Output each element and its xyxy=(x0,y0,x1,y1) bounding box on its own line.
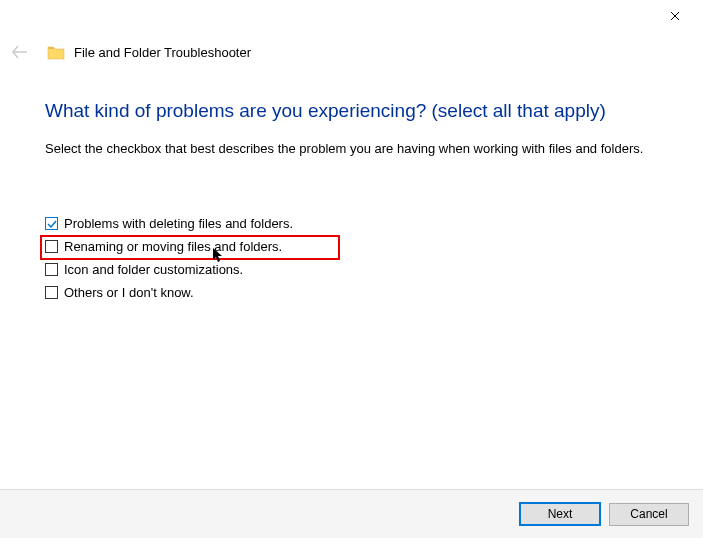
window-title: File and Folder Troubleshooter xyxy=(74,45,251,60)
main-content: What kind of problems are you experienci… xyxy=(45,100,658,300)
option-label[interactable]: Icon and folder customizations. xyxy=(64,262,243,277)
option-item[interactable]: Icon and folder customizations. xyxy=(45,262,658,277)
checkbox[interactable] xyxy=(45,286,58,299)
footer-bar: Next Cancel xyxy=(0,489,703,538)
back-arrow-icon xyxy=(10,42,30,62)
close-button[interactable] xyxy=(667,8,683,24)
checkbox[interactable] xyxy=(45,240,58,253)
cancel-button[interactable]: Cancel xyxy=(609,503,689,526)
option-item[interactable]: Others or I don't know. xyxy=(45,285,658,300)
checkbox[interactable] xyxy=(45,217,58,230)
option-item[interactable]: Problems with deleting files and folders… xyxy=(45,216,658,231)
option-label[interactable]: Problems with deleting files and folders… xyxy=(64,216,293,231)
option-label[interactable]: Others or I don't know. xyxy=(64,285,194,300)
next-button[interactable]: Next xyxy=(519,502,601,526)
page-heading: What kind of problems are you experienci… xyxy=(45,100,658,122)
checkbox[interactable] xyxy=(45,263,58,276)
folder-icon xyxy=(46,42,66,62)
window-header: File and Folder Troubleshooter xyxy=(10,42,251,62)
option-label[interactable]: Renaming or moving files and folders. xyxy=(64,239,282,254)
option-item[interactable]: Renaming or moving files and folders. xyxy=(45,239,658,254)
page-description: Select the checkbox that best describes … xyxy=(45,140,658,158)
options-list: Problems with deleting files and folders… xyxy=(45,216,658,300)
